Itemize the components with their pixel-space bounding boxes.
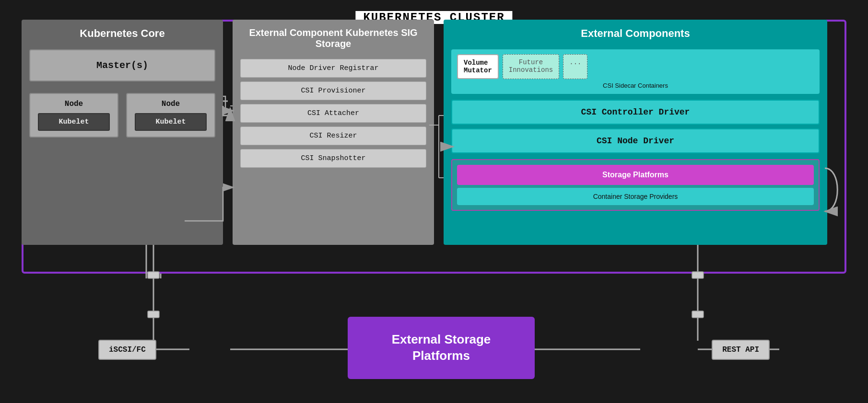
- svg-rect-14: [148, 311, 159, 318]
- ext-components-title: External Components: [451, 27, 820, 40]
- kubelet-box-1: Kubelet: [38, 113, 110, 131]
- master-box: Master(s): [29, 49, 215, 81]
- ellipsis-box: ...: [563, 54, 587, 79]
- diagram-wrapper: KUBERNETES CLUSTER Kubernetes Core Maste…: [12, 5, 856, 398]
- container-storage-box: Container Storage Providers: [457, 188, 814, 205]
- controller-driver-box: CSI Controller Driver: [451, 100, 820, 125]
- future-innovations-box: FutureInnovations: [503, 54, 559, 79]
- sidecar-label: CSI Sidecar Containers: [457, 82, 814, 89]
- rest-api-box: REST API: [712, 340, 770, 360]
- sig-items-list: Node Driver Registrar CSI Provisioner CS…: [240, 59, 426, 168]
- sig-item-2: CSI Attacher: [240, 104, 426, 123]
- storage-platforms-box: Storage Platforms: [457, 165, 814, 185]
- iscsi-fc-box: iSCSI/FC: [98, 340, 156, 360]
- sig-item-1: CSI Provisioner: [240, 81, 426, 100]
- k8s-core-section: Kubernetes Core Master(s) Node Kubelet N…: [22, 20, 223, 245]
- kubelet-box-2: Kubelet: [135, 113, 207, 131]
- sig-item-0: Node Driver Registrar: [240, 59, 426, 78]
- svg-rect-21: [692, 311, 704, 318]
- nodes-row: Node Kubelet Node Kubelet: [29, 93, 215, 138]
- node-box-1: Node Kubelet: [29, 93, 118, 138]
- sig-item-4: CSI Snapshotter: [240, 149, 426, 168]
- sidecar-row: VolumeMutator FutureInnovations ...: [457, 54, 814, 79]
- sig-item-3: CSI Resizer: [240, 127, 426, 145]
- node-label-1: Node: [38, 100, 110, 108]
- sidecar-container: VolumeMutator FutureInnovations ... CSI …: [451, 49, 820, 94]
- ext-storage-platforms-box: External Storage Platforms: [348, 317, 535, 379]
- ext-storage-text: External Storage Platforms: [392, 332, 491, 364]
- sig-storage-title: External Component Kubernetes SIG Storag…: [240, 27, 426, 49]
- storage-section: Storage Platforms Container Storage Prov…: [451, 159, 820, 211]
- sig-storage-section: External Component Kubernetes SIG Storag…: [233, 20, 434, 245]
- node-box-2: Node Kubelet: [126, 93, 215, 138]
- k8s-core-title: Kubernetes Core: [29, 27, 215, 40]
- node-label-2: Node: [135, 100, 207, 108]
- volume-mutator-box: VolumeMutator: [457, 54, 499, 79]
- node-driver-box: CSI Node Driver: [451, 128, 820, 153]
- ext-components-section: External Components VolumeMutator Future…: [444, 20, 827, 245]
